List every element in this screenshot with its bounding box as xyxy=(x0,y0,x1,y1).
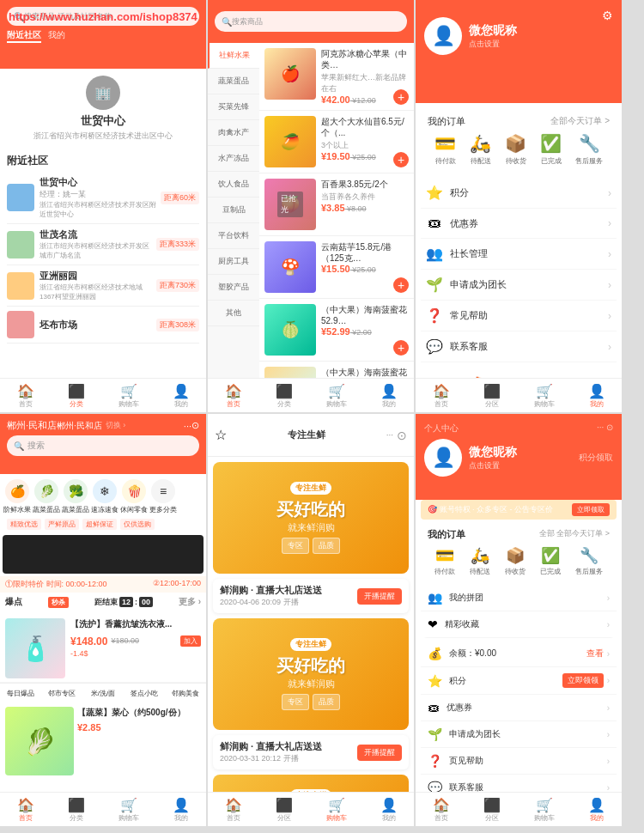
s3-menu-help[interactable]: ❓ 常见帮助 › xyxy=(421,301,617,331)
s1-nav-category[interactable]: ⬛分类 xyxy=(68,383,85,409)
s2-nav-cat[interactable]: ⬛分类 xyxy=(276,383,293,409)
s3-menu-leader[interactable]: 👥 社长管理 › xyxy=(421,239,617,270)
s6-points-action[interactable]: 立即领领 xyxy=(562,673,604,688)
s2-product-3[interactable]: 🍄 云南菇芋15.8元/港（125克… ¥15.50 ¥25.00 + xyxy=(259,236,414,299)
s2-product-0[interactable]: 🍎 阿克苏冰糖心苹果（中类… 苹果新鲜红大…新老品牌在右 ¥42.00 ¥12.… xyxy=(259,43,414,111)
s3-menu-points[interactable]: ⭐ 积分 › xyxy=(421,178,617,209)
s5-nav-cat[interactable]: ⬛分区 xyxy=(276,797,293,823)
s2-cat-3[interactable]: 肉禽水产 xyxy=(208,120,259,146)
s6-order-1[interactable]: 🛵 待配送 xyxy=(470,546,490,576)
s2-product-5[interactable]: 🍐 （中大果）海南菠蜜花15.9… 2.5斤 1公斤1斤经典海南菠蜜价格 ¥15… xyxy=(259,362,414,378)
s1-nav-cart[interactable]: 🛒购物车 xyxy=(118,383,139,409)
s6-section-coupon[interactable]: 🎟 优惠券 › xyxy=(421,695,617,721)
s3-order-delivery[interactable]: 🛵 待配送 xyxy=(470,133,491,166)
s6-section-apply[interactable]: 🌱 申请成为团长 › xyxy=(421,721,617,748)
s1-community-item-3[interactable]: 坯布市场 距离308米 xyxy=(7,307,199,344)
s2-product-1[interactable]: 🥭 超大个大水仙苜6.5元/个（... 3个以上 ¥19.50 ¥25.00 + xyxy=(259,111,414,173)
s2-search-bar[interactable]: 🔍 搜索商品 xyxy=(215,11,407,32)
s6-nav-cat[interactable]: ⬛分区 xyxy=(483,797,501,823)
s1-tab-mine[interactable]: 我的 xyxy=(48,29,65,43)
s3-order-pending[interactable]: 💳 待付款 xyxy=(434,133,456,166)
s1-nav-mine[interactable]: 👤我的 xyxy=(173,383,190,409)
s6-orders-more[interactable]: 全部 全部今天订单 > xyxy=(539,528,610,541)
s3-nav-home[interactable]: 🏠首页 xyxy=(433,383,450,409)
s6-section-group[interactable]: 👥 我的拼团 › xyxy=(421,585,617,611)
s2-add-btn-1[interactable]: + xyxy=(393,152,409,167)
s4-cat-chip-2[interactable]: 🥦 蔬菜蛋品 xyxy=(62,479,89,514)
s6-nav-cart[interactable]: 🛒购物车 xyxy=(534,797,555,823)
s3-orders-more[interactable]: 全部今天订单 > xyxy=(550,115,610,128)
s5-nav-cart[interactable]: 🛒购物车 xyxy=(326,797,347,823)
s4-section-2[interactable]: 米/洗/面 xyxy=(82,687,124,700)
s4-cat-chip-4[interactable]: 🍿 休闲零食 xyxy=(120,479,148,514)
s3-order-receive[interactable]: 📦 待收货 xyxy=(505,133,526,166)
s4-section-0[interactable]: 每日爆品 xyxy=(0,687,41,700)
s2-nav-home[interactable]: 🏠首页 xyxy=(225,383,242,409)
s2-add-btn-0[interactable]: + xyxy=(393,89,409,105)
s4-nav-cart[interactable]: 🛒购物车 xyxy=(118,797,139,823)
s3-menu-service[interactable]: 💬 联系客服 › xyxy=(421,331,617,362)
s4-cat-chip-5[interactable]: ≡ 更多分类 xyxy=(149,479,177,514)
s5-store-card-2[interactable]: 鲜润购 · 直播大礼店送送 2020-03-31 20:12 开播 开播提醒 xyxy=(213,735,409,769)
s6-section-balance[interactable]: 💰 余额：¥0.00 查看 › xyxy=(421,641,617,667)
s4-cat-chip-3[interactable]: ❄ 速冻速食 xyxy=(91,479,118,514)
s2-cat-10[interactable]: 其他 xyxy=(208,301,259,326)
s1-search-bar[interactable]: 🔍 搜索商品 活动及社区名称 xyxy=(7,7,199,26)
s5-store-card-1[interactable]: 鲜润购 · 直播大礼店送送 2020-04-06 20:09 开播 开播提醒 xyxy=(213,579,409,613)
s2-product-2[interactable]: 🍑 已抢光 百香果3.85元/2个 当苜养各久养件 ¥3.85 ¥8.00 xyxy=(259,173,414,236)
s1-tab-nearby[interactable]: 附近社区 xyxy=(7,29,41,43)
s6-order-3[interactable]: ✅ 已完成 xyxy=(540,546,561,576)
s6-verify-btn[interactable]: 立即领取 xyxy=(572,503,610,516)
s4-section-1[interactable]: 邻市专区 xyxy=(41,687,82,700)
s2-cat-2[interactable]: 买菜先锋 xyxy=(208,94,259,120)
s1-community-item-0[interactable]: 世贸中心 经理：姚一某 浙江省绍兴市柯桥区经济技术开发区附近世贸中心 距离60米 xyxy=(7,172,199,224)
s2-cat-7[interactable]: 平台饮料 xyxy=(208,223,259,249)
s6-order-0[interactable]: 💳 待付款 xyxy=(434,546,455,576)
s3-settings-icon[interactable]: ⚙ xyxy=(602,9,613,22)
s3-menu-coupon[interactable]: 🎟 优惠券 › xyxy=(421,209,617,239)
s2-cat-4[interactable]: 水产冻品 xyxy=(208,146,259,172)
s3-nav-cart[interactable]: 🛒购物车 xyxy=(534,383,555,409)
s2-nav-cart[interactable]: 🛒购物车 xyxy=(326,383,347,409)
s3-order-done[interactable]: ✅ 已完成 xyxy=(540,133,562,166)
s1-community-item-1[interactable]: 世茂名流 浙江市绍兴市柯桥区经济技术开发区城市广场名流 距离333米 xyxy=(7,224,199,265)
s2-cat-8[interactable]: 厨房工具 xyxy=(208,249,259,275)
s5-nav-home[interactable]: 🏠首页 xyxy=(225,797,242,823)
s1-nav-home[interactable]: 🏠首页 xyxy=(17,383,34,409)
s2-cat-5[interactable]: 饮人食品 xyxy=(208,172,259,198)
s6-order-4[interactable]: 🔧 售后服务 xyxy=(575,546,603,576)
s3-nav-mine[interactable]: 👤我的 xyxy=(588,383,605,409)
s5-nav-mine[interactable]: 👤我的 xyxy=(380,797,398,823)
s3-menu-apply[interactable]: 🌱 申请成为团长 › xyxy=(421,270,617,301)
s4-city-label[interactable]: 郴州·民和店 xyxy=(7,419,57,432)
s4-more-arrow[interactable]: 更多 › xyxy=(179,596,201,608)
s6-section-help[interactable]: ❓ 页见帮助 › xyxy=(421,748,617,775)
s2-cat-1[interactable]: 蔬菜蛋品 xyxy=(208,69,259,94)
s5-open-btn-2[interactable]: 开播提醒 xyxy=(357,745,402,761)
s2-product-4[interactable]: 🍈 （中大果）海南菠蜜花52.9… ¥52.99 ¥2.00 + xyxy=(259,299,414,362)
s2-cat-9[interactable]: 塑胶产品 xyxy=(208,275,259,301)
s2-add-btn-4[interactable]: + xyxy=(393,340,409,356)
s5-more-icon[interactable]: ··· xyxy=(386,430,393,440)
s5-open-btn-1[interactable]: 开播提醒 xyxy=(357,588,402,605)
s6-nav-mine[interactable]: 👤我的 xyxy=(588,797,605,823)
s6-section-fav[interactable]: ❤ 精彩收藏 › xyxy=(421,611,617,638)
s4-product-card[interactable]: 🧴 【洗护】香薰抗皱洗衣液... ¥148.00 ¥180.00 加入 -1.4… xyxy=(0,615,206,683)
s4-nav-cat[interactable]: ⬛分类 xyxy=(68,797,85,823)
s5-settings-icon[interactable]: ⊙ xyxy=(397,429,407,442)
s4-nav-mine[interactable]: 👤我的 xyxy=(173,797,190,823)
s4-nav-home[interactable]: 🏠首页 xyxy=(17,797,34,823)
s4-more-icon[interactable]: ··· xyxy=(184,421,191,431)
s6-nav-home[interactable]: 🏠首页 xyxy=(433,797,450,823)
s6-section-points[interactable]: ⭐ 积分 立即领领 › xyxy=(421,667,617,695)
s4-search-bar[interactable]: 🔍 搜索 xyxy=(7,435,199,456)
s2-cat-0[interactable]: 社鲜水果 xyxy=(208,43,259,69)
s3-order-aftersale[interactable]: 🔧 售后服务 xyxy=(575,133,603,166)
s2-cat-6[interactable]: 豆制品 xyxy=(208,198,259,223)
s4-settings-icon[interactable]: ⊙ xyxy=(191,420,199,431)
s4-cat-chip-1[interactable]: 🥬 蔬菜蛋品 xyxy=(33,479,60,514)
s6-order-2[interactable]: 📦 待收货 xyxy=(505,546,526,576)
s4-section-3[interactable]: 签点小吃 xyxy=(124,687,165,700)
s4-section-4[interactable]: 邻购美食 xyxy=(165,687,206,700)
s3-nav-cat[interactable]: ⬛分区 xyxy=(483,383,501,409)
